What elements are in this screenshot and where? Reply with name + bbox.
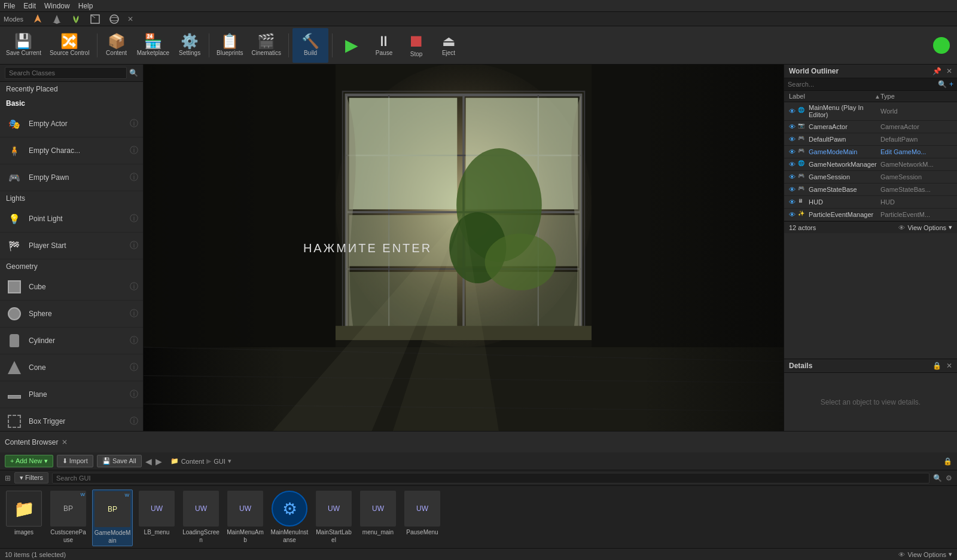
- list-item[interactable]: UW LoadingScreen: [181, 489, 221, 545]
- mode-foliage-icon[interactable]: [68, 11, 84, 27]
- visibility-icon[interactable]: 👁: [789, 136, 796, 143]
- modes-close[interactable]: ✕: [127, 15, 133, 23]
- cb-columns-icon[interactable]: ⊞: [5, 474, 11, 482]
- visibility-icon[interactable]: 👁: [789, 186, 796, 193]
- save-all-button[interactable]: 💾 Save All: [97, 455, 142, 467]
- cylinder-info[interactable]: ⓘ: [130, 335, 138, 346]
- menu-window[interactable]: Window: [44, 2, 70, 10]
- table-row[interactable]: 👁 🎮 GameModeMain Edit GameMo...: [784, 146, 957, 158]
- placement-empty-character[interactable]: 🧍 Empty Charac... ⓘ: [0, 137, 143, 164]
- stop-button[interactable]: ⏹ Stop: [401, 28, 432, 63]
- marketplace-button[interactable]: 🏪 Marketplace: [133, 28, 173, 63]
- table-row[interactable]: 👁 📷 CameraActor CameraActor: [784, 121, 957, 133]
- visibility-icon[interactable]: 👁: [789, 108, 796, 115]
- wo-close[interactable]: ✕: [946, 67, 952, 75]
- eject-button[interactable]: ⏏ Eject: [433, 28, 464, 63]
- menu-help[interactable]: Help: [78, 2, 93, 10]
- plane-info[interactable]: ⓘ: [130, 389, 138, 400]
- list-item[interactable]: 📁 images: [4, 489, 44, 537]
- breadcrumb-gui[interactable]: GUI: [214, 458, 225, 465]
- cone-info[interactable]: ⓘ: [130, 362, 138, 373]
- player-start-info[interactable]: ⓘ: [130, 240, 138, 251]
- wo-view-dropdown[interactable]: ▾: [949, 224, 952, 231]
- visibility-icon[interactable]: 👁: [789, 161, 796, 168]
- table-row[interactable]: 👁 🌐 MainMenu (Play In Editor) World: [784, 102, 957, 121]
- table-row[interactable]: 👁 🖥 HUD HUD: [784, 196, 957, 209]
- cb-filters-button[interactable]: ▾ Filters: [14, 472, 48, 484]
- visibility-icon[interactable]: 👁: [789, 211, 796, 218]
- list-item[interactable]: UW MainMenuAmb: [225, 489, 266, 545]
- empty-pawn-info[interactable]: ⓘ: [130, 172, 138, 183]
- list-item[interactable]: UW menu_main: [358, 489, 398, 537]
- search-classes-input[interactable]: [5, 67, 127, 79]
- add-new-dropdown[interactable]: ▾: [44, 457, 48, 464]
- empty-actor-info[interactable]: ⓘ: [130, 118, 138, 129]
- cube-info[interactable]: ⓘ: [130, 281, 138, 292]
- empty-char-info[interactable]: ⓘ: [130, 145, 138, 156]
- table-row[interactable]: 👁 🎮 GameSession GameSession: [784, 171, 957, 183]
- placement-box-trigger[interactable]: Box Trigger ⓘ: [0, 408, 143, 431]
- list-item[interactable]: BP W CustscenePause: [48, 489, 89, 545]
- placement-point-light[interactable]: 💡 Point Light ⓘ: [0, 206, 143, 232]
- import-button[interactable]: ⬇ Import: [57, 455, 93, 467]
- cb-view-dropdown[interactable]: ▾: [949, 550, 952, 558]
- visibility-icon[interactable]: 👁: [789, 123, 796, 130]
- viewport[interactable]: НАЖМИТЕ ENTER: [144, 65, 784, 431]
- save-current-button[interactable]: 💾 Save Current: [2, 28, 45, 63]
- category-geometry[interactable]: Geometry: [0, 259, 143, 274]
- play-button[interactable]: ▶: [336, 28, 367, 63]
- cb-close[interactable]: ✕: [62, 438, 68, 446]
- mode-geometry-icon[interactable]: [87, 11, 103, 27]
- nav-forward-icon[interactable]: ▶: [156, 457, 162, 466]
- details-close[interactable]: ✕: [946, 362, 952, 370]
- mode-paint-icon[interactable]: [48, 11, 65, 27]
- build-button[interactable]: 🔨 Build: [292, 28, 328, 63]
- placement-cube[interactable]: Cube ⓘ: [0, 274, 143, 301]
- source-control-button[interactable]: 🔀 Source Control: [46, 28, 93, 63]
- cb-settings-icon[interactable]: ⚙: [946, 474, 952, 482]
- cinematics-button[interactable]: 🎬 Cinematics: [248, 28, 285, 63]
- visibility-icon[interactable]: 👁: [789, 148, 796, 155]
- wo-pin[interactable]: 📌: [932, 67, 941, 75]
- list-item[interactable]: UW LB_menu: [136, 489, 177, 537]
- placement-sphere[interactable]: Sphere ⓘ: [0, 301, 143, 328]
- visibility-icon[interactable]: 👁: [789, 173, 796, 180]
- blueprints-button[interactable]: 📋 Blueprints: [213, 28, 246, 63]
- cb-view-options[interactable]: View Options: [907, 551, 946, 558]
- visibility-icon[interactable]: 👁: [789, 198, 796, 206]
- wo-view-options[interactable]: View Options: [907, 224, 946, 231]
- list-item[interactable]: BP W GameModeMain: [92, 489, 133, 546]
- list-item[interactable]: ⚙ MainMenuInstanse: [269, 489, 310, 545]
- breadcrumb-content[interactable]: Content: [181, 458, 205, 465]
- nav-back-icon[interactable]: ◀: [145, 457, 152, 466]
- table-row[interactable]: 👁 🎮 DefaultPawn DefaultPawn: [784, 133, 957, 146]
- mode-mesh-icon[interactable]: [106, 11, 123, 27]
- sphere-info[interactable]: ⓘ: [130, 308, 138, 319]
- category-lights[interactable]: Lights: [0, 191, 143, 206]
- menu-file[interactable]: File: [4, 2, 15, 10]
- menu-edit[interactable]: Edit: [23, 2, 36, 10]
- placement-empty-pawn[interactable]: 🎮 Empty Pawn ⓘ: [0, 164, 143, 191]
- placement-empty-actor[interactable]: 🎭 Empty Actor ⓘ: [0, 111, 143, 137]
- placement-cone[interactable]: Cone ⓘ: [0, 354, 143, 381]
- add-new-button[interactable]: + Add New ▾: [5, 455, 53, 467]
- mode-place-icon[interactable]: [29, 11, 46, 27]
- table-row[interactable]: 👁 🌐 GameNetworkManager GameNetworkM...: [784, 158, 957, 171]
- cb-search-input[interactable]: [52, 473, 929, 484]
- content-button[interactable]: 📦 Content: [101, 28, 132, 63]
- breadcrumb-dropdown[interactable]: ▾: [228, 457, 231, 465]
- placement-plane[interactable]: Plane ⓘ: [0, 381, 143, 408]
- wo-sort-icon[interactable]: ▲: [874, 93, 880, 100]
- placement-cylinder[interactable]: Cylinder ⓘ: [0, 328, 143, 354]
- category-recently-placed[interactable]: Recently Placed: [0, 82, 143, 96]
- table-row[interactable]: 👁 ✨ ParticleEventManager ParticleEventM.…: [784, 209, 957, 221]
- list-item[interactable]: UW MainStartLabel: [313, 489, 354, 545]
- box-trigger-info[interactable]: ⓘ: [130, 416, 138, 427]
- wo-add-icon[interactable]: +: [949, 80, 953, 88]
- cb-lock-icon[interactable]: 🔒: [943, 457, 952, 466]
- table-row[interactable]: 👁 🎮 GameStateBase GameStateBas...: [784, 183, 957, 196]
- placement-player-start[interactable]: 🏁 Player Start ⓘ: [0, 232, 143, 259]
- category-basic[interactable]: Basic: [0, 96, 143, 111]
- wo-search-input[interactable]: [788, 81, 938, 88]
- pause-button[interactable]: ⏸ Pause: [368, 28, 400, 63]
